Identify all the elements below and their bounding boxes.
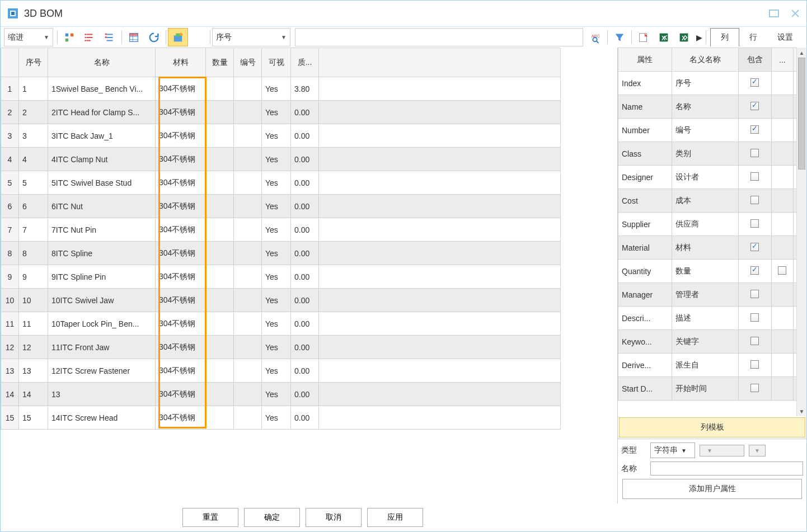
table-row[interactable]: 555ITC Swivel Base Stud304不锈钢Yes0.00 [1, 171, 561, 195]
include-checkbox[interactable] [750, 313, 759, 322]
property-table[interactable]: 属性名义名称包含...Index序号Name名称Number编号Class类别D… [618, 48, 806, 401]
tab-rows[interactable]: 行 [739, 28, 767, 46]
prop-row[interactable]: Start D...开始时间 [618, 377, 806, 401]
svg-rect-4 [65, 33, 69, 36]
include-checkbox[interactable] [750, 290, 759, 298]
include-checkbox[interactable] [750, 219, 759, 228]
col-header-qty[interactable]: 数量 [206, 48, 234, 77]
titlebar: 3D BOM [1, 1, 806, 26]
prop-row[interactable]: Supplier供应商 [618, 213, 806, 236]
type-combo[interactable]: 字符串 ▼ [650, 442, 695, 458]
scrollbar[interactable]: ▲ ▼ [796, 48, 806, 416]
table-row[interactable]: 333ITC Back Jaw_1304不锈钢Yes0.00 [1, 124, 561, 148]
col-header-visible[interactable]: 可视 [262, 48, 291, 77]
include-checkbox[interactable] [750, 266, 759, 275]
col-header-material[interactable]: 材料 [156, 48, 206, 77]
prop-row[interactable]: Designer设计者 [618, 166, 806, 189]
table-button[interactable] [124, 28, 144, 46]
expand-tree-button[interactable] [59, 28, 79, 46]
include-checkbox[interactable] [750, 149, 759, 157]
include-checkbox[interactable] [750, 102, 759, 110]
chevron-down-icon: ▼ [281, 34, 287, 40]
prop-row[interactable]: Material材料 [618, 236, 806, 260]
include-checkbox[interactable] [750, 243, 759, 251]
cancel-button[interactable]: 取消 [306, 508, 362, 527]
prop-row[interactable]: Index序号 [618, 72, 806, 95]
svg-rect-3 [770, 10, 778, 17]
prop-row[interactable]: Cost成本 [618, 189, 806, 213]
col-header-mass[interactable]: 质... [291, 48, 319, 77]
prop-row[interactable]: Number编号 [618, 119, 806, 142]
bom-table[interactable]: 序号名称材料数量编号可视质...111Swivel Base_ Bench Vi… [1, 48, 561, 430]
indent-combo[interactable]: 缩进 ▼ [4, 28, 53, 46]
collapse-tree-button[interactable] [79, 28, 100, 46]
excel-export-button[interactable]: X [674, 28, 694, 46]
search-input[interactable] [295, 28, 583, 46]
prop-row[interactable]: Name名称 [618, 95, 806, 119]
filter-button[interactable] [609, 28, 630, 46]
prop-row[interactable]: Manager管理者 [618, 283, 806, 307]
svg-point-16 [180, 32, 183, 36]
table-row[interactable]: 666ITC Nut304不锈钢Yes0.00 [1, 195, 561, 218]
minimize-icon[interactable] [768, 8, 780, 19]
export-button[interactable] [634, 28, 654, 46]
table-row[interactable]: 999ITC Spline Pin304不锈钢Yes0.00 [1, 265, 561, 289]
include-checkbox[interactable] [750, 125, 759, 134]
type-combo-3: ▼ [749, 445, 766, 456]
col-header-name[interactable]: 名称 [48, 48, 156, 77]
include-checkbox[interactable] [750, 360, 759, 369]
prop-header-attr[interactable]: 属性 [618, 48, 672, 72]
table-row[interactable]: 444ITC Clamp Nut304不锈钢Yes0.00 [1, 148, 561, 171]
window-title: 3D BOM [24, 8, 768, 20]
table-row[interactable]: 151514ITC Screw Head304不锈钢Yes0.00 [1, 406, 561, 430]
table-row[interactable]: 121211ITC Front Jaw304不锈钢Yes0.00 [1, 336, 561, 359]
svg-point-7 [85, 34, 86, 35]
svg-rect-10 [105, 33, 107, 35]
name-input[interactable] [650, 462, 803, 475]
refresh-button[interactable] [144, 28, 164, 46]
include-checkbox[interactable] [750, 196, 759, 204]
more-checkbox[interactable] [778, 266, 786, 275]
include-checkbox[interactable] [750, 384, 759, 392]
excel-import-button[interactable]: X [654, 28, 674, 46]
table-row[interactable]: 888ITC Spline304不锈钢Yes0.00 [1, 242, 561, 265]
prop-row[interactable]: Class类别 [618, 142, 806, 166]
prop-header-nominal[interactable]: 名义名称 [672, 48, 738, 72]
sort-combo[interactable]: 序号 ▼ [212, 28, 290, 46]
ok-button[interactable]: 确定 [244, 508, 300, 527]
include-checkbox[interactable] [750, 78, 759, 87]
footer: 重置 确定 取消 应用 [1, 503, 806, 531]
prop-header-more[interactable]: ... [771, 48, 793, 72]
svg-rect-13 [130, 33, 138, 36]
prop-header-include[interactable]: 包含 [738, 48, 771, 72]
table-row[interactable]: 141413304不锈钢Yes0.00 [1, 383, 561, 406]
prop-row[interactable]: Quantity数量 [618, 260, 806, 283]
table-row[interactable]: 777ITC Nut Pin304不锈钢Yes0.00 [1, 218, 561, 242]
column-template-button[interactable]: 列模板 [619, 417, 805, 437]
toolbar-overflow-button[interactable]: ▶ [694, 28, 704, 46]
prop-row[interactable]: Derive...派生自 [618, 354, 806, 377]
col-header-blank[interactable] [319, 48, 561, 77]
table-row[interactable]: 101010ITC Swivel Jaw304不锈钢Yes0.00 [1, 289, 561, 312]
list-button[interactable] [100, 28, 120, 46]
include-checkbox[interactable] [750, 172, 759, 181]
tab-columns[interactable]: 列 [710, 28, 739, 46]
apply-button[interactable]: 应用 [367, 508, 423, 527]
add-property-button[interactable]: 添加用户属性 [622, 479, 802, 499]
col-header-number[interactable]: 编号 [234, 48, 262, 77]
table-row[interactable]: 222ITC Head for Clamp S...304不锈钢Yes0.00 [1, 101, 561, 124]
table-row[interactable]: 111110Taper Lock Pin_ Ben...304不锈钢Yes0.0… [1, 312, 561, 336]
prop-row[interactable]: Descri...描述 [618, 307, 806, 330]
table-row[interactable]: 111Swivel Base_ Bench Vi...304不锈钢Yes3.80 [1, 77, 561, 101]
col-header-blank[interactable] [1, 48, 19, 77]
close-icon[interactable] [790, 8, 801, 19]
highlight-button[interactable] [168, 28, 188, 46]
reset-button[interactable]: 重置 [182, 508, 238, 527]
include-checkbox[interactable] [750, 337, 759, 345]
tab-settings[interactable]: 设置 [767, 28, 803, 46]
table-row[interactable]: 131312ITC Screw Fastener304不锈钢Yes0.00 [1, 359, 561, 383]
find-button[interactable]: ABC [585, 28, 606, 46]
prop-row[interactable]: Keywo...关键字 [618, 330, 806, 354]
grid-area: 序号名称材料数量编号可视质...111Swivel Base_ Bench Vi… [1, 48, 617, 503]
col-header-seq[interactable]: 序号 [19, 48, 48, 77]
